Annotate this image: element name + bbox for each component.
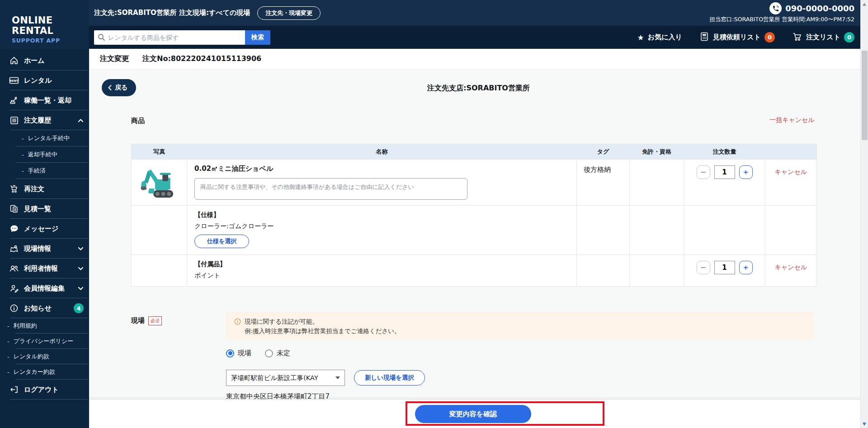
- change-destination-button[interactable]: 注文先・現場変更: [257, 6, 321, 20]
- quote-list-icon: [9, 204, 19, 213]
- search-button[interactable]: 検索: [245, 30, 270, 45]
- site-section-title: 現場: [131, 316, 145, 325]
- page-scrollbar[interactable]: [860, 0, 868, 428]
- quote-list-label: 見積依頼リスト: [713, 33, 761, 42]
- sidebar-item-label: ログアウト: [24, 386, 59, 394]
- spec-cell: 【仕様】 クローラー:ゴムクローラー 仕様を選択: [187, 206, 577, 255]
- app-window: ONLINE RENTAL SUPPORT APP ホーム RENT レンタル: [0, 0, 868, 428]
- sidebar-item-terms[interactable]: 利用規約: [0, 318, 89, 334]
- back-button[interactable]: 戻る: [102, 79, 136, 96]
- top-context-bar: 注文先:SORABITO営業所 注文現場:すべての現場 注文先・現場変更 090…: [89, 0, 868, 26]
- accessory-quantity-decrease-button[interactable]: −: [697, 261, 710, 274]
- cart-icon: [792, 32, 802, 43]
- quote-list-icon: [699, 32, 709, 43]
- cancel-product-link[interactable]: キャンセル: [775, 168, 807, 175]
- sidebar-item-label: 再注文: [24, 185, 44, 193]
- sidebar-item-user-info[interactable]: 利用者情報: [0, 259, 89, 278]
- sidebar-item-site-info[interactable]: 現場情報: [0, 239, 89, 259]
- header-quick-links: ★ お気に入り 見積依頼リスト 0 注文リスト 0: [637, 32, 854, 43]
- bulk-cancel-link[interactable]: 一括キャンセル: [769, 116, 815, 124]
- logout-icon: [9, 386, 19, 394]
- quantity-input[interactable]: [714, 165, 735, 179]
- confirm-changes-button[interactable]: 変更内容を確認: [415, 405, 531, 423]
- radio-site-label: 現場: [238, 349, 251, 357]
- site-select-dropdown[interactable]: 茅場町駅前ビル新設工事(KAY: [226, 370, 345, 386]
- radio-undecided-unselected[interactable]: [265, 349, 273, 357]
- logo-title: ONLINE RENTAL: [12, 15, 89, 36]
- product-quantity-cell: − ＋: [684, 160, 765, 206]
- home-icon: [9, 56, 19, 65]
- sidebar-item-order-history[interactable]: 注文履歴: [0, 110, 89, 130]
- bottom-action-bar: 変更内容を確認: [89, 399, 868, 428]
- sidebar-item-member-edit[interactable]: 会員情報編集: [0, 278, 89, 298]
- excavator-product-image: [138, 165, 180, 203]
- sidebar-nav: ホーム RENT レンタル 稼働一覧・返却 注文履歴: [0, 49, 89, 428]
- sidebar-item-privacy-policy[interactable]: プライバシーポリシー: [0, 334, 89, 349]
- sidebar-item-rental-terms[interactable]: レンタル約款: [0, 349, 89, 364]
- sidebar-legal-label: レンタカー約款: [14, 368, 55, 376]
- sidebar-item-reorder[interactable]: 再注文: [0, 179, 89, 199]
- order-list-link[interactable]: 注文リスト 0: [792, 32, 854, 43]
- sidebar-item-label: 注文履歴: [24, 116, 51, 125]
- product-row: 0.02㎥ミニ油圧ショベル 後方格納 − ＋: [132, 160, 817, 206]
- column-cancel: [765, 144, 817, 160]
- sidebar-item-rentacar-terms[interactable]: レンタカー約款: [0, 364, 89, 380]
- sidebar-subitem-completed[interactable]: 手続済: [0, 163, 89, 179]
- quantity-increase-button[interactable]: ＋: [739, 165, 753, 179]
- accessory-name: ポイント: [194, 272, 569, 280]
- scrollbar-up-arrow[interactable]: [863, 3, 866, 6]
- scrollbar-thumb[interactable]: [862, 51, 868, 140]
- sidebar-item-notices[interactable]: お知らせ 4: [0, 298, 89, 318]
- site-notice-line1: 現場に関する注記が可能。: [245, 317, 318, 326]
- sidebar-subitem-rental-in-progress[interactable]: レンタル手続中: [0, 130, 89, 146]
- sidebar-item-home[interactable]: ホーム: [0, 51, 89, 71]
- accessory-cancel-cell: キャンセル: [765, 255, 817, 287]
- sidebar-item-label: お知らせ: [24, 304, 52, 313]
- search-input[interactable]: [94, 30, 245, 45]
- breadcrumb: 注文変更 注文No:802220241015113906: [89, 49, 868, 70]
- radio-option-undecided[interactable]: 未定: [265, 349, 290, 357]
- radio-site-selected[interactable]: [226, 349, 234, 357]
- product-photo-cell: [132, 160, 187, 206]
- chevron-up-icon: [78, 116, 84, 124]
- product-cancel-cell: キャンセル: [765, 160, 817, 206]
- order-number: 注文No:802220241015113906: [142, 54, 261, 64]
- excavator-return-icon: [9, 96, 19, 105]
- radio-undecided-label: 未定: [277, 349, 290, 357]
- cancel-accessory-link[interactable]: キャンセル: [775, 263, 807, 271]
- sidebar-item-label: 利用者情報: [24, 264, 58, 273]
- order-context-text: 注文先:SORABITO営業所 注文現場:すべての現場: [94, 9, 250, 17]
- sidebar-item-messages[interactable]: メッセージ: [0, 219, 89, 239]
- quantity-decrease-button[interactable]: −: [697, 165, 710, 179]
- accessory-quantity-input[interactable]: [714, 261, 735, 274]
- radio-option-site[interactable]: 現場: [226, 349, 251, 357]
- select-spec-button[interactable]: 仕様を選択: [194, 235, 249, 248]
- column-tag: タグ: [577, 144, 630, 160]
- product-note-input[interactable]: [194, 178, 467, 200]
- sidebar-item-quotes[interactable]: 見積一覧: [0, 199, 89, 219]
- sidebar-item-label: 会員情報編集: [24, 284, 65, 293]
- accessory-heading: 【付属品】: [194, 260, 569, 268]
- logo-subtitle: SUPPORT APP: [12, 37, 89, 44]
- sidebar-subitem-return-in-progress[interactable]: 返却手続中: [0, 146, 89, 163]
- scrollbar-down-arrow[interactable]: [863, 423, 866, 426]
- product-name-cell: 0.02㎥ミニ油圧ショベル: [187, 160, 577, 206]
- select-new-site-button[interactable]: 新しい現場を選択: [354, 370, 425, 386]
- required-badge: 必須: [148, 316, 162, 325]
- order-list-label: 注文リスト: [806, 33, 840, 42]
- reorder-cart-icon: [9, 184, 19, 193]
- accessory-quantity-increase-button[interactable]: ＋: [739, 261, 753, 274]
- message-icon: [9, 224, 19, 233]
- product-tag-cell: 後方格納: [577, 160, 630, 206]
- accessory-row: 【付属品】 ポイント − ＋: [132, 255, 817, 287]
- favorites-link[interactable]: ★ お気に入り: [637, 33, 682, 42]
- sidebar-subitem-label: レンタル手続中: [28, 134, 70, 142]
- sidebar-item-label: ホーム: [24, 56, 45, 65]
- order-branch-label: 注文先支店:SORABITO営業所: [427, 84, 530, 93]
- product-search: 検索: [94, 30, 270, 45]
- sidebar-item-rental[interactable]: RENT レンタル: [0, 71, 89, 90]
- sidebar-item-logout[interactable]: ログアウト: [0, 380, 89, 400]
- order-list-badge: 0: [844, 32, 854, 42]
- sidebar-item-operation-return[interactable]: 稼働一覧・返却: [0, 90, 89, 110]
- quote-request-list-link[interactable]: 見積依頼リスト 0: [699, 32, 775, 43]
